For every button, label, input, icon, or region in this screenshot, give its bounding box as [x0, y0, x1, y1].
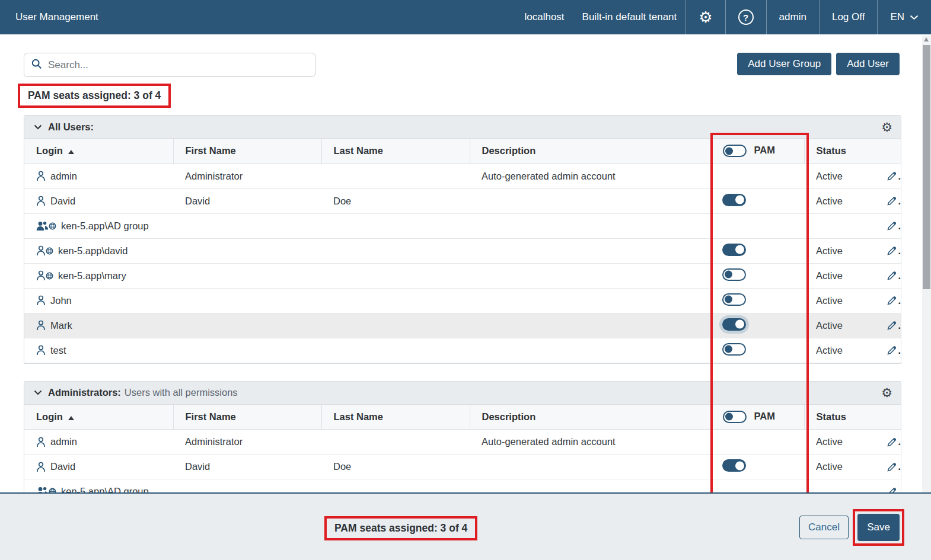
- search-box[interactable]: [24, 53, 315, 77]
- pam-cell: [710, 263, 804, 288]
- gear-icon: ⚙: [699, 9, 712, 25]
- group-icon: [36, 487, 49, 492]
- status-label: Active: [816, 245, 843, 257]
- column-settings-gear-icon[interactable]: ⚙: [881, 121, 892, 133]
- clipped-more-actions: .: [898, 220, 901, 232]
- user-row[interactable]: adminAdministratorAuto-generated admin a…: [24, 430, 901, 455]
- description-cell: [470, 455, 710, 479]
- globe-icon: [49, 488, 56, 492]
- clipped-more-actions: .: [898, 461, 901, 472]
- scroll-up-arrow-icon[interactable]: [924, 37, 929, 41]
- edit-icon[interactable]: [887, 345, 897, 356]
- add-user-group-button[interactable]: Add User Group: [737, 53, 831, 75]
- clipped-more-actions: .: [898, 171, 901, 182]
- login-label: David: [50, 461, 75, 472]
- cancel-button[interactable]: Cancel: [799, 516, 849, 539]
- status-label: Active: [816, 270, 843, 281]
- pam-toggle[interactable]: [722, 194, 746, 206]
- user-row[interactable]: ken-5.app\maryActive.: [24, 263, 901, 288]
- last-name-cell: [321, 313, 470, 338]
- sort-ascending-icon: [68, 150, 74, 154]
- scrollbar-thumb[interactable]: [923, 45, 930, 289]
- user-row[interactable]: JohnActive.: [24, 288, 901, 313]
- status-label: Active: [816, 436, 843, 447]
- save-button-annotation-rectangle: Save: [853, 509, 904, 546]
- log-off-button[interactable]: Log Off: [819, 0, 877, 34]
- column-header-status[interactable]: Status: [804, 405, 901, 430]
- user-row[interactable]: adminAdministratorAuto-generated admin a…: [24, 164, 901, 188]
- first-name-cell: David: [173, 455, 321, 479]
- all-users-section-header[interactable]: All Users: ⚙: [24, 116, 901, 139]
- column-header-description[interactable]: Description: [470, 405, 710, 430]
- edit-icon[interactable]: [887, 245, 897, 256]
- last-name-cell: [321, 213, 470, 238]
- footer-bar: PAM seats assigned: 3 of 4 Cancel Save: [0, 492, 931, 560]
- edit-icon[interactable]: [887, 295, 897, 306]
- host-label: localhost: [515, 0, 573, 34]
- column-header-status[interactable]: Status: [804, 139, 901, 164]
- add-user-button[interactable]: Add User: [836, 53, 900, 75]
- first-name-cell: [173, 213, 321, 238]
- pam-toggle[interactable]: [722, 343, 746, 356]
- last-name-cell: Doe: [321, 455, 470, 479]
- edit-icon[interactable]: [887, 487, 897, 493]
- user-row[interactable]: ken-5.app\AD group.: [24, 479, 901, 493]
- pam-cell: [710, 338, 804, 363]
- pam-toggle[interactable]: [722, 293, 746, 306]
- log-off-label: Log Off: [832, 11, 865, 23]
- column-header-login[interactable]: Login: [24, 139, 173, 164]
- language-selector[interactable]: EN: [877, 0, 931, 34]
- user-icon: [36, 295, 46, 306]
- description-cell: [470, 313, 710, 338]
- user-row[interactable]: ken-5.app\AD group.: [24, 213, 901, 238]
- edit-icon[interactable]: [887, 437, 897, 447]
- current-user-menu[interactable]: admin: [766, 0, 819, 34]
- pam-column-toggle[interactable]: [723, 145, 747, 157]
- column-header-last-name[interactable]: Last Name: [321, 405, 470, 430]
- administrators-section: Administrators: Users with all permissio…: [24, 381, 901, 493]
- edit-icon[interactable]: [887, 171, 897, 181]
- section-subtitle: Users with all permissions: [125, 387, 238, 398]
- column-header-last-name[interactable]: Last Name: [321, 139, 470, 164]
- pam-toggle[interactable]: [722, 268, 746, 281]
- user-row[interactable]: testActive.: [24, 338, 901, 363]
- column-settings-gear-icon[interactable]: ⚙: [881, 386, 892, 399]
- pam-cell: [710, 238, 804, 263]
- user-row[interactable]: MarkActive.: [24, 313, 901, 338]
- edit-icon[interactable]: [887, 220, 897, 231]
- user-icon: [36, 270, 46, 281]
- login-label: admin: [50, 436, 77, 447]
- status-label: Active: [816, 461, 843, 472]
- all-users-section: All Users: ⚙ Login First Name Last Name …: [24, 115, 901, 364]
- pam-toggle[interactable]: [722, 244, 746, 256]
- table-header-row: Login First Name Last Name Description P…: [24, 405, 901, 430]
- edit-icon[interactable]: [887, 270, 897, 281]
- settings-button[interactable]: ⚙: [686, 0, 725, 34]
- description-cell: [470, 188, 710, 213]
- first-name-cell: [173, 313, 321, 338]
- column-header-first-name[interactable]: First Name: [173, 405, 321, 430]
- user-row[interactable]: ken-5.app\davidActive.: [24, 238, 901, 263]
- administrators-section-header[interactable]: Administrators: Users with all permissio…: [24, 382, 901, 405]
- column-header-login[interactable]: Login: [24, 405, 173, 430]
- user-row[interactable]: DavidDavidDoeActive.: [24, 455, 901, 479]
- save-button[interactable]: Save: [857, 514, 900, 541]
- column-header-first-name[interactable]: First Name: [173, 139, 321, 164]
- edit-icon[interactable]: [887, 196, 897, 206]
- status-label: Active: [816, 345, 843, 356]
- edit-icon[interactable]: [887, 462, 897, 472]
- main-content: Add User Group Add User PAM seats assign…: [0, 34, 931, 492]
- status-label: Active: [816, 320, 843, 331]
- edit-icon[interactable]: [887, 320, 897, 331]
- column-header-description[interactable]: Description: [470, 139, 710, 164]
- vertical-scrollbar[interactable]: [922, 36, 931, 492]
- pam-toggle[interactable]: [722, 459, 746, 472]
- globe-icon: [46, 272, 53, 280]
- pam-column-toggle[interactable]: [723, 411, 747, 423]
- pam-toggle[interactable]: [722, 318, 746, 331]
- tenant-label: Built-in default tenant: [573, 0, 686, 34]
- description-cell: [470, 479, 710, 493]
- help-button[interactable]: ?: [725, 0, 766, 34]
- search-input[interactable]: [48, 59, 308, 71]
- user-row[interactable]: DavidDavidDoeActive.: [24, 188, 901, 213]
